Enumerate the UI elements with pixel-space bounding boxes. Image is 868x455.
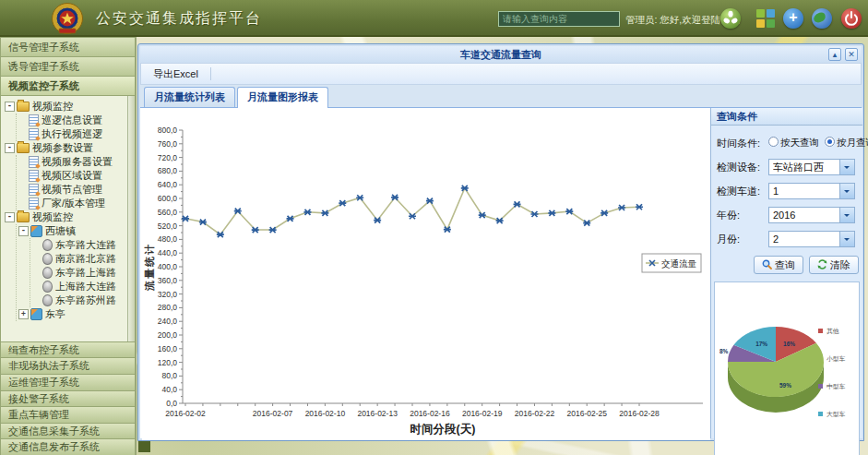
tree-node-area[interactable]: +东亭 [18,307,133,321]
tree-node-page[interactable]: 视频节点管理 [18,183,133,197]
svg-text:大型车: 大型车 [826,411,846,417]
svg-text:2016-02-13: 2016-02-13 [357,409,398,418]
query-buttons-row: 查询清除 [715,256,859,276]
sidebar-panel-2[interactable]: 视频监控子系统 [0,76,136,95]
lane-select[interactable]: 1 [768,183,855,199]
camera-icon [42,253,53,265]
apps-grid-icon[interactable] [755,8,776,29]
tree-node-camera[interactable]: 东亭路苏州路 [32,293,133,307]
tree-node-page[interactable]: 执行视频巡逻 [18,127,133,141]
sidebar-panel-bottom-3[interactable]: 接处警子系统 [0,390,136,407]
tree-node-label: 西塘镇 [45,224,76,238]
svg-text:2016-02-28: 2016-02-28 [619,409,660,418]
radio-option-by-day[interactable]: 按天查询 [768,137,819,150]
tree-node-folder[interactable]: -视频参数设置 [5,141,133,155]
svg-text:交通流量: 交通流量 [661,258,697,269]
tree-node-label: 东亭路苏州路 [55,293,116,307]
sidebar-panel-1[interactable]: 诱导管理子系统 [0,56,136,76]
toolbar-separator [210,67,211,80]
police-badge-logo [51,2,84,40]
clear-button-label: 清除 [830,258,850,272]
svg-text:2016-02-19: 2016-02-19 [462,409,503,418]
sidebar-panel-bottom-2[interactable]: 运维管理子系统 [0,374,136,390]
page-icon [29,114,39,126]
tree-node-label: 东亭 [45,307,65,321]
chevron-down-icon[interactable] [839,184,854,198]
sidebar-accordion: 信号管理子系统诱导管理子系统视频监控子系统 -视频监控巡逻信息设置执行视频巡逻-… [0,37,137,455]
close-window-button[interactable]: ✕ [845,48,858,61]
lane-label: 检测车道: [715,185,768,198]
svg-text:520,0: 520,0 [158,222,178,231]
map-block-decoration [138,440,150,452]
tree-toggle-icon[interactable]: - [18,226,29,236]
logout-power-icon[interactable] [841,8,862,29]
time-condition-label: 时间条件: [715,137,768,150]
tree-node-folder[interactable]: -视频监控 [5,210,133,224]
global-search-input[interactable] [498,11,620,27]
device-row: 检测设备:车站路口西 [715,155,859,179]
tab-month-list[interactable]: 月流量统计列表 [144,87,235,107]
clear-button[interactable]: 清除 [809,256,859,274]
sidebar-bottom-panels: 缉查布控子系统非现场执法子系统运维管理子系统接处警子系统重点车辆管理交通信息采集… [0,341,136,455]
tree-toggle-icon[interactable]: + [18,309,29,319]
sidebar-panel-bottom-4[interactable]: 重点车辆管理 [0,406,136,423]
year-label: 年份: [715,209,768,222]
tree-node-page[interactable]: 厂家/版本管理 [18,197,133,210]
chevron-down-icon[interactable] [839,160,854,174]
sidebar-top-panels: 信号管理子系统诱导管理子系统视频监控子系统 [0,37,136,95]
window-title: 车道交通流量查询 [460,49,541,60]
tree-node-label: 执行视频巡逻 [42,127,102,141]
tree-toggle-icon[interactable]: - [5,143,15,153]
window-titlebar: 车道交通流量查询 ▴ ✕ [140,46,862,63]
svg-text:2016-02-10: 2016-02-10 [305,409,346,418]
svg-text:0,0: 0,0 [166,399,177,408]
tree-node-page[interactable]: 视频区域设置 [18,169,133,183]
lane-select-value: 1 [773,184,839,199]
tree-scrollbar[interactable] [127,96,135,341]
tree-node-label: 视频节点管理 [42,183,102,197]
platform-recycle-icon[interactable] [720,8,741,29]
radio-option-by-month[interactable]: 按月查询 [825,137,868,150]
tree-node-page[interactable]: 视频服务器设置 [18,155,133,169]
tree-toggle-icon[interactable]: - [5,212,15,222]
svg-text:600,0: 600,0 [158,194,178,203]
chevron-down-icon[interactable] [839,208,854,222]
map-globe-icon[interactable] [812,8,832,29]
year-row: 年份:2016 [715,203,859,227]
query-form: 时间条件:按天查询按月查询检测设备:车站路口西检测车道:1年份:2016月份:2… [711,126,862,278]
year-select[interactable]: 2016 [768,207,855,223]
collapse-window-button[interactable]: ▴ [828,48,841,61]
line-chart-pane: 0,040,080,0120,0160,0200,0240,0280,0320,… [140,108,711,438]
month-select[interactable]: 2 [768,231,855,247]
search-button[interactable]: 查询 [754,256,803,274]
sidebar-panel-bottom-5[interactable]: 交通信息采集子系统 [0,423,136,439]
sidebar-panel-bottom-0[interactable]: 缉查布控子系统 [0,341,136,358]
add-icon[interactable]: + [783,8,803,29]
device-select[interactable]: 车站路口西 [768,159,855,175]
svg-text:480,0: 480,0 [158,234,178,244]
month-label: 月份: [715,233,768,246]
tree-node-folder[interactable]: -视频监控 [5,100,133,114]
sidebar-panel-bottom-1[interactable]: 非现场执法子系统 [0,357,136,374]
tree-node-camera[interactable]: 东亭路大连路 [32,238,133,252]
sidebar-panel-0[interactable]: 信号管理子系统 [0,37,136,56]
export-excel-button[interactable]: 导出Excel [145,65,207,84]
search-icon [762,259,772,271]
tree-node-camera[interactable]: 东亭路上海路 [32,266,133,280]
tree-node-page[interactable]: 巡逻信息设置 [18,114,133,127]
tree-node-label: 视频区域设置 [42,169,102,183]
svg-text:8%: 8% [719,348,729,354]
tree-node-camera[interactable]: 上海路大连路 [32,280,133,293]
camera-icon [42,239,53,251]
query-panel: 查询条件 时间条件:按天查询按月查询检测设备:车站路口西检测车道:1年份:201… [711,108,862,438]
radio-by-month[interactable] [825,137,835,147]
tree-toggle-icon[interactable]: - [5,102,15,112]
svg-text:其他: 其他 [826,328,839,335]
radio-by-day[interactable] [768,137,779,147]
sidebar-panel-bottom-6[interactable]: 交通信息发布子系统 [0,438,136,455]
tab-month-graph[interactable]: 月流量图形报表 [237,87,328,108]
tree-node-camera[interactable]: 南京路北京路 [32,252,133,266]
chevron-down-icon[interactable] [839,232,854,246]
camera-icon [42,281,53,293]
tree-node-area[interactable]: -西塘镇 [18,224,133,238]
